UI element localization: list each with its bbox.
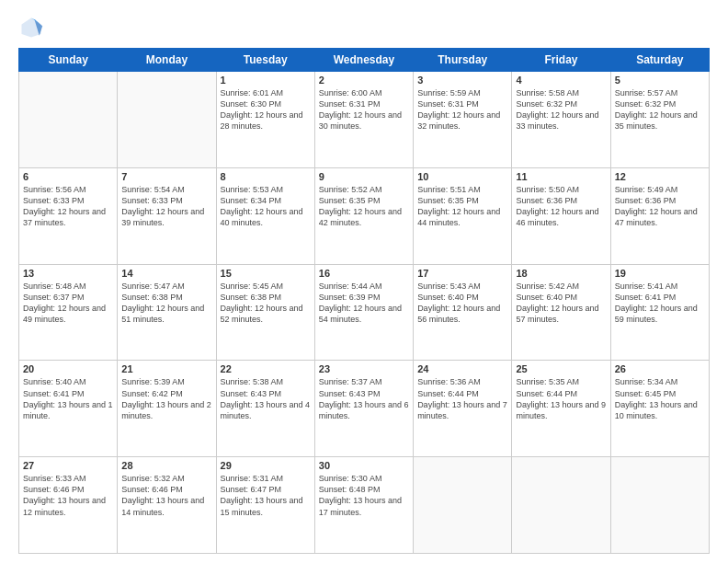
- cell-info: Sunrise: 5:30 AMSunset: 6:48 PMDaylight:…: [319, 473, 409, 518]
- cell-day-number: 16: [319, 268, 409, 279]
- cell-day-number: 22: [221, 363, 311, 374]
- calendar-cell: 19Sunrise: 5:41 AMSunset: 6:41 PMDayligh…: [610, 264, 709, 361]
- cell-info: Sunrise: 5:34 AMSunset: 6:45 PMDaylight:…: [615, 376, 705, 421]
- day-header-friday: Friday: [512, 49, 610, 72]
- cell-info: Sunrise: 5:54 AMSunset: 6:33 PMDaylight:…: [121, 184, 211, 229]
- cell-day-number: 26: [615, 363, 705, 374]
- week-row-3: 20Sunrise: 5:40 AMSunset: 6:41 PMDayligh…: [19, 361, 710, 457]
- calendar-cell: 17Sunrise: 5:43 AMSunset: 6:40 PMDayligh…: [414, 264, 512, 361]
- calendar-cell: 29Sunrise: 5:31 AMSunset: 6:47 PMDayligh…: [216, 457, 314, 554]
- cell-day-number: 20: [23, 363, 113, 374]
- cell-day-number: 11: [516, 171, 606, 182]
- calendar-cell: 6Sunrise: 5:56 AMSunset: 6:33 PMDaylight…: [19, 167, 118, 264]
- cell-day-number: 7: [121, 171, 211, 182]
- header-row: SundayMondayTuesdayWednesdayThursdayFrid…: [19, 49, 710, 72]
- cell-day-number: 5: [615, 75, 705, 86]
- calendar-cell: [19, 72, 118, 168]
- calendar-cell: 9Sunrise: 5:52 AMSunset: 6:35 PMDaylight…: [314, 167, 413, 264]
- calendar-cell: 23Sunrise: 5:37 AMSunset: 6:43 PMDayligh…: [314, 361, 413, 457]
- day-header-tuesday: Tuesday: [216, 49, 314, 72]
- cell-day-number: 19: [615, 268, 705, 279]
- cell-day-number: 27: [23, 460, 113, 471]
- cell-info: Sunrise: 5:48 AMSunset: 6:37 PMDaylight:…: [23, 281, 113, 326]
- day-header-thursday: Thursday: [414, 49, 512, 72]
- calendar-cell: 18Sunrise: 5:42 AMSunset: 6:40 PMDayligh…: [512, 264, 610, 361]
- cell-day-number: 4: [516, 75, 606, 86]
- cell-info: Sunrise: 6:00 AMSunset: 6:31 PMDaylight:…: [319, 87, 409, 132]
- cell-day-number: 28: [121, 460, 211, 471]
- cell-info: Sunrise: 5:43 AMSunset: 6:40 PMDaylight:…: [417, 281, 507, 326]
- week-row-1: 6Sunrise: 5:56 AMSunset: 6:33 PMDaylight…: [19, 167, 710, 264]
- logo-icon: [18, 15, 44, 40]
- calendar-cell: 3Sunrise: 5:59 AMSunset: 6:31 PMDaylight…: [414, 72, 512, 168]
- calendar-header: SundayMondayTuesdayWednesdayThursdayFrid…: [19, 49, 710, 72]
- day-header-saturday: Saturday: [610, 49, 709, 72]
- calendar-cell: 13Sunrise: 5:48 AMSunset: 6:37 PMDayligh…: [19, 264, 118, 361]
- calendar-cell: 30Sunrise: 5:30 AMSunset: 6:48 PMDayligh…: [314, 457, 413, 554]
- day-header-wednesday: Wednesday: [314, 49, 413, 72]
- cell-info: Sunrise: 5:45 AMSunset: 6:38 PMDaylight:…: [221, 281, 311, 326]
- calendar-cell: [610, 457, 709, 554]
- cell-day-number: 24: [417, 363, 507, 374]
- calendar-cell: 16Sunrise: 5:44 AMSunset: 6:39 PMDayligh…: [314, 264, 413, 361]
- calendar-cell: 21Sunrise: 5:39 AMSunset: 6:42 PMDayligh…: [118, 361, 216, 457]
- calendar-cell: 2Sunrise: 6:00 AMSunset: 6:31 PMDaylight…: [314, 72, 413, 168]
- cell-day-number: 17: [417, 268, 507, 279]
- cell-info: Sunrise: 5:33 AMSunset: 6:46 PMDaylight:…: [23, 473, 113, 518]
- calendar-cell: 14Sunrise: 5:47 AMSunset: 6:38 PMDayligh…: [118, 264, 216, 361]
- calendar-body: 1Sunrise: 6:01 AMSunset: 6:30 PMDaylight…: [19, 72, 710, 554]
- cell-day-number: 3: [417, 75, 507, 86]
- cell-info: Sunrise: 6:01 AMSunset: 6:30 PMDaylight:…: [221, 87, 311, 132]
- calendar-cell: 26Sunrise: 5:34 AMSunset: 6:45 PMDayligh…: [610, 361, 709, 457]
- calendar-cell: [512, 457, 610, 554]
- day-header-sunday: Sunday: [19, 49, 118, 72]
- calendar-cell: [118, 72, 216, 168]
- calendar-table: SundayMondayTuesdayWednesdayThursdayFrid…: [18, 48, 710, 554]
- header: [18, 15, 710, 40]
- cell-info: Sunrise: 5:38 AMSunset: 6:43 PMDaylight:…: [221, 376, 311, 421]
- cell-day-number: 9: [319, 171, 409, 182]
- cell-info: Sunrise: 5:35 AMSunset: 6:44 PMDaylight:…: [516, 376, 606, 421]
- week-row-2: 13Sunrise: 5:48 AMSunset: 6:37 PMDayligh…: [19, 264, 710, 361]
- cell-day-number: 25: [516, 363, 606, 374]
- calendar-cell: 15Sunrise: 5:45 AMSunset: 6:38 PMDayligh…: [216, 264, 314, 361]
- cell-day-number: 13: [23, 268, 113, 279]
- cell-day-number: 2: [319, 75, 409, 86]
- calendar-cell: 22Sunrise: 5:38 AMSunset: 6:43 PMDayligh…: [216, 361, 314, 457]
- calendar-cell: [414, 457, 512, 554]
- cell-info: Sunrise: 5:41 AMSunset: 6:41 PMDaylight:…: [615, 281, 705, 326]
- cell-info: Sunrise: 5:59 AMSunset: 6:31 PMDaylight:…: [417, 87, 507, 132]
- cell-info: Sunrise: 5:47 AMSunset: 6:38 PMDaylight:…: [121, 281, 211, 326]
- cell-info: Sunrise: 5:49 AMSunset: 6:36 PMDaylight:…: [615, 184, 705, 229]
- calendar-cell: 1Sunrise: 6:01 AMSunset: 6:30 PMDaylight…: [216, 72, 314, 168]
- calendar-cell: 12Sunrise: 5:49 AMSunset: 6:36 PMDayligh…: [610, 167, 709, 264]
- calendar-cell: 24Sunrise: 5:36 AMSunset: 6:44 PMDayligh…: [414, 361, 512, 457]
- cell-info: Sunrise: 5:42 AMSunset: 6:40 PMDaylight:…: [516, 281, 606, 326]
- cell-info: Sunrise: 5:31 AMSunset: 6:47 PMDaylight:…: [221, 473, 311, 518]
- cell-info: Sunrise: 5:56 AMSunset: 6:33 PMDaylight:…: [23, 184, 113, 229]
- cell-info: Sunrise: 5:52 AMSunset: 6:35 PMDaylight:…: [319, 184, 409, 229]
- cell-day-number: 1: [221, 75, 311, 86]
- cell-info: Sunrise: 5:58 AMSunset: 6:32 PMDaylight:…: [516, 87, 606, 132]
- cell-info: Sunrise: 5:40 AMSunset: 6:41 PMDaylight:…: [23, 376, 113, 421]
- cell-day-number: 23: [319, 363, 409, 374]
- cell-info: Sunrise: 5:39 AMSunset: 6:42 PMDaylight:…: [121, 376, 211, 421]
- calendar-cell: 25Sunrise: 5:35 AMSunset: 6:44 PMDayligh…: [512, 361, 610, 457]
- calendar-cell: 8Sunrise: 5:53 AMSunset: 6:34 PMDaylight…: [216, 167, 314, 264]
- calendar-cell: 11Sunrise: 5:50 AMSunset: 6:36 PMDayligh…: [512, 167, 610, 264]
- cell-day-number: 14: [121, 268, 211, 279]
- cell-info: Sunrise: 5:37 AMSunset: 6:43 PMDaylight:…: [319, 376, 409, 421]
- week-row-0: 1Sunrise: 6:01 AMSunset: 6:30 PMDaylight…: [19, 72, 710, 168]
- cell-info: Sunrise: 5:36 AMSunset: 6:44 PMDaylight:…: [417, 376, 507, 421]
- cell-day-number: 15: [221, 268, 311, 279]
- cell-info: Sunrise: 5:50 AMSunset: 6:36 PMDaylight:…: [516, 184, 606, 229]
- calendar-cell: 20Sunrise: 5:40 AMSunset: 6:41 PMDayligh…: [19, 361, 118, 457]
- calendar-cell: 27Sunrise: 5:33 AMSunset: 6:46 PMDayligh…: [19, 457, 118, 554]
- page: SundayMondayTuesdayWednesdayThursdayFrid…: [0, 0, 728, 563]
- cell-info: Sunrise: 5:51 AMSunset: 6:35 PMDaylight:…: [417, 184, 507, 229]
- week-row-4: 27Sunrise: 5:33 AMSunset: 6:46 PMDayligh…: [19, 457, 710, 554]
- cell-info: Sunrise: 5:44 AMSunset: 6:39 PMDaylight:…: [319, 281, 409, 326]
- calendar-cell: 5Sunrise: 5:57 AMSunset: 6:32 PMDaylight…: [610, 72, 709, 168]
- calendar-cell: 4Sunrise: 5:58 AMSunset: 6:32 PMDaylight…: [512, 72, 610, 168]
- calendar-cell: 28Sunrise: 5:32 AMSunset: 6:46 PMDayligh…: [118, 457, 216, 554]
